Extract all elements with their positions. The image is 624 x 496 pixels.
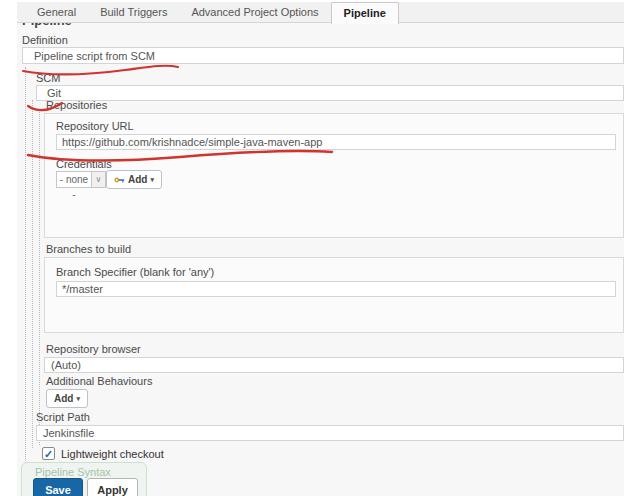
apply-button[interactable]: Apply <box>87 478 138 496</box>
branches-section-label: Branches to build <box>46 243 131 255</box>
indent-guide <box>32 100 33 448</box>
credentials-select[interactable]: - none - <box>56 171 92 188</box>
definition-select-value: Pipeline script from SCM <box>23 48 623 64</box>
indent-guide <box>25 67 26 463</box>
repository-url-label: Repository URL <box>56 120 134 132</box>
script-path-label: Script Path <box>36 411 90 423</box>
truncated-section-heading: Pipeline <box>22 23 112 30</box>
config-tabbar: General Build Triggers Advanced Project … <box>17 2 624 23</box>
credentials-add-button[interactable]: Add ▾ <box>106 170 162 189</box>
branch-specifier-value: */master <box>57 282 615 297</box>
pipeline-syntax-link[interactable]: Pipeline Syntax <box>35 466 111 478</box>
credentials-add-label: Add <box>128 174 147 185</box>
lightweight-checkout-checkbox[interactable]: ✓ <box>42 447 55 460</box>
script-path-input[interactable]: Jenkinsfile <box>36 425 624 441</box>
credentials-select-chevron-icon[interactable]: ∨ <box>92 171 106 188</box>
definition-select[interactable]: Pipeline script from SCM <box>22 47 624 64</box>
tab-build-triggers[interactable]: Build Triggers <box>88 2 179 22</box>
credentials-label: Credentials <box>56 158 112 170</box>
repositories-section-label: Repositories <box>46 99 107 111</box>
additional-behaviours-add-label: Add <box>54 393 73 404</box>
additional-behaviours-add-button[interactable]: Add ▾ <box>46 389 88 408</box>
caret-down-icon: ▾ <box>150 176 154 184</box>
definition-label: Definition <box>22 34 68 46</box>
tab-general[interactable]: General <box>25 2 88 22</box>
scm-label: SCM <box>36 72 60 84</box>
key-icon <box>114 176 125 184</box>
save-button[interactable]: Save <box>33 478 83 496</box>
scm-select-value: Git <box>37 86 623 101</box>
lightweight-checkout-label: Lightweight checkout <box>61 448 164 460</box>
repository-url-value: https://github.com/krishnadce/simple-jav… <box>57 135 615 150</box>
caret-down-icon: ▾ <box>76 395 80 403</box>
additional-behaviours-label: Additional Behaviours <box>46 375 152 387</box>
repository-browser-label: Repository browser <box>46 343 141 355</box>
jenkins-pipeline-config-page: General Build Triggers Advanced Project … <box>0 0 624 496</box>
branch-specifier-input[interactable]: */master <box>56 281 616 297</box>
repository-browser-value: (Auto) <box>45 358 623 373</box>
repository-url-input[interactable]: https://github.com/krishnadce/simple-jav… <box>56 134 616 150</box>
script-path-value: Jenkinsfile <box>37 426 623 441</box>
tab-advanced-project-options[interactable]: Advanced Project Options <box>179 2 330 22</box>
indent-guide <box>39 112 40 445</box>
repository-browser-select[interactable]: (Auto) <box>44 357 624 373</box>
scm-select[interactable]: Git <box>36 85 624 101</box>
tab-pipeline[interactable]: Pipeline <box>331 2 399 24</box>
branch-specifier-label: Branch Specifier (blank for 'any') <box>56 266 214 278</box>
